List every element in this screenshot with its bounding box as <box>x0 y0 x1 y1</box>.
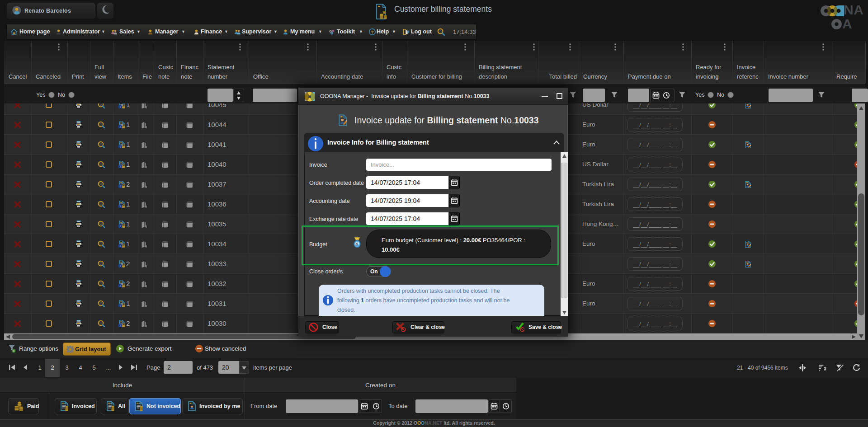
svg-text:?: ? <box>371 30 374 34</box>
